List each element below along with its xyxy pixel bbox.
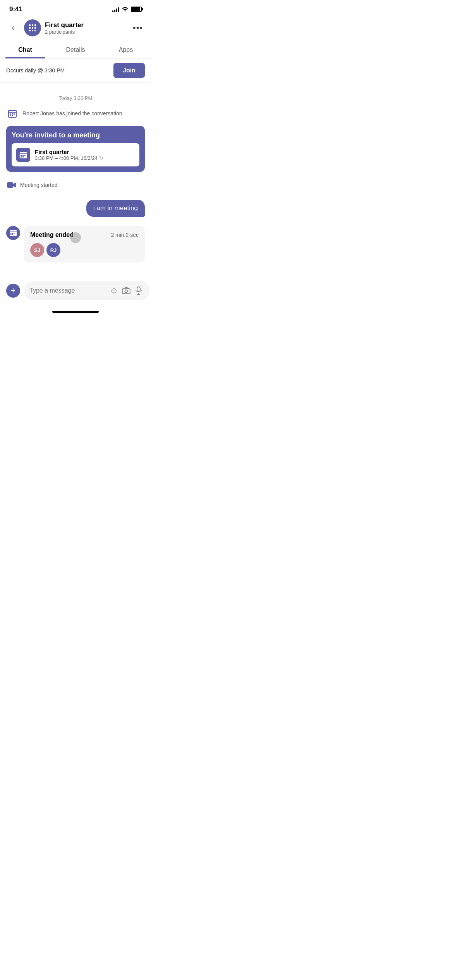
chat-header: ‹ First quarter 2 participants ••• <box>0 16 151 41</box>
my-message-bubble: i am in meeting <box>86 200 145 217</box>
invite-calendar-icon <box>16 148 30 162</box>
status-bar: 9:41 <box>0 0 151 16</box>
svg-rect-3 <box>29 27 31 29</box>
meeting-banner: Occurs daily @ 3:30 PM Join <box>0 58 151 83</box>
invite-title: You're invited to a meeting <box>12 131 139 139</box>
meeting-occurs-text: Occurs daily @ 3:30 PM <box>6 67 65 74</box>
svg-rect-29 <box>14 233 15 234</box>
svg-rect-23 <box>7 182 13 188</box>
ended-sender-avatar <box>6 226 20 240</box>
svg-rect-18 <box>21 155 22 156</box>
svg-marker-24 <box>13 182 16 188</box>
svg-rect-21 <box>21 156 22 158</box>
svg-rect-6 <box>29 30 31 31</box>
invite-inner: First quarter 3:30 PM – 4:00 PM, 16/2/24… <box>12 143 139 166</box>
svg-rect-8 <box>34 30 36 31</box>
svg-rect-0 <box>29 24 31 26</box>
svg-rect-20 <box>24 155 26 156</box>
tab-chat[interactable]: Chat <box>0 41 50 58</box>
svg-rect-34 <box>137 287 140 291</box>
svg-rect-15 <box>12 115 13 116</box>
tab-details[interactable]: Details <box>50 41 101 58</box>
svg-rect-22 <box>22 156 24 158</box>
participants-count: 2 participants <box>45 29 131 35</box>
home-bar <box>52 311 99 313</box>
status-time: 9:41 <box>9 5 22 13</box>
back-button[interactable]: ‹ <box>6 21 20 35</box>
meeting-ended-card: Meeting ended 2 min 2 sec SJ RJ <box>24 226 145 262</box>
svg-rect-19 <box>22 155 24 156</box>
svg-rect-7 <box>32 30 33 31</box>
invite-meeting-time: 3:30 PM – 4:00 PM, 16/2/24 ↻ <box>35 155 103 161</box>
ended-title: Meeting ended <box>30 231 74 238</box>
tab-apps[interactable]: Apps <box>101 41 151 58</box>
add-button[interactable]: + <box>6 284 20 298</box>
system-join-message: Robert Jonas has joined the conversation… <box>0 106 151 121</box>
ended-duration: 2 min 2 sec <box>111 232 139 238</box>
svg-rect-5 <box>34 27 36 29</box>
meeting-started-text: Meeting started <box>20 182 58 188</box>
svg-rect-30 <box>10 234 12 235</box>
meeting-ended-row: Meeting ended 2 min 2 sec SJ RJ <box>0 224 151 264</box>
chat-name: First quarter <box>45 21 131 29</box>
battery-icon <box>131 7 142 12</box>
message-input-wrap[interactable]: ☺ <box>24 281 149 300</box>
join-button[interactable]: Join <box>113 63 145 78</box>
signal-icon <box>112 7 119 12</box>
meeting-invite-card: You're invited to a meeting First quarte… <box>6 126 145 172</box>
calendar-system-icon <box>6 107 19 120</box>
tab-bar: Chat Details Apps <box>0 41 151 58</box>
svg-rect-12 <box>12 113 13 115</box>
svg-rect-2 <box>34 24 36 26</box>
home-indicator <box>0 308 151 314</box>
svg-rect-4 <box>32 27 33 29</box>
avatar <box>24 19 41 36</box>
chat-area: Today 3:26 PM Robert Jonas has joined th… <box>0 83 151 278</box>
ended-participants: SJ RJ <box>30 243 139 257</box>
ended-card-header: Meeting ended 2 min 2 sec <box>30 231 139 238</box>
svg-rect-32 <box>122 289 130 294</box>
chat-timestamp: Today 3:26 PM <box>0 95 151 101</box>
svg-rect-14 <box>10 115 11 116</box>
scroll-indicator <box>70 232 81 243</box>
wifi-icon <box>122 6 129 13</box>
svg-point-33 <box>125 290 128 293</box>
my-message-row: i am in meeting <box>0 198 151 218</box>
camera-button[interactable] <box>121 285 132 296</box>
invite-details: First quarter 3:30 PM – 4:00 PM, 16/2/24… <box>35 149 103 161</box>
more-options-button[interactable]: ••• <box>131 21 145 35</box>
svg-rect-28 <box>12 233 13 234</box>
svg-rect-27 <box>10 233 12 234</box>
svg-rect-31 <box>12 234 13 235</box>
svg-rect-13 <box>14 113 15 115</box>
svg-rect-1 <box>32 24 33 26</box>
message-input[interactable] <box>29 287 107 294</box>
video-icon <box>6 180 17 190</box>
participant-2-avatar: RJ <box>46 243 60 257</box>
input-bar: + ☺ <box>0 278 151 308</box>
meeting-started-row: Meeting started <box>0 178 151 192</box>
invite-meeting-name: First quarter <box>35 149 103 155</box>
system-join-text: Robert Jonas has joined the conversation… <box>22 110 124 117</box>
emoji-button[interactable]: ☺ <box>108 285 119 296</box>
participant-1-avatar: SJ <box>30 243 44 257</box>
svg-rect-11 <box>10 113 11 115</box>
status-icons <box>112 6 142 13</box>
header-info: First quarter 2 participants <box>45 21 131 35</box>
mic-button[interactable] <box>133 285 144 296</box>
